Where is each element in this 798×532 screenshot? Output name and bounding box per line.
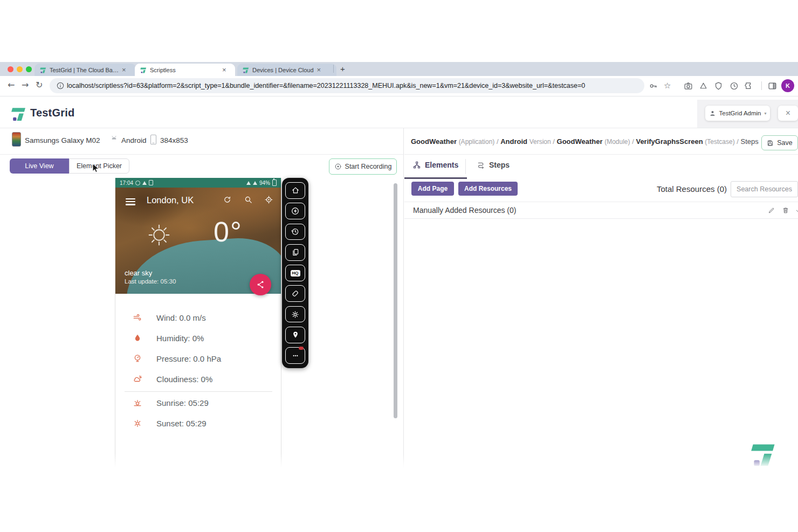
device-name: Samsungs Galaxy M02 <box>25 136 100 144</box>
reload-icon[interactable]: ↻ <box>36 80 43 90</box>
save-button[interactable]: Save <box>761 135 798 150</box>
menu-icon[interactable] <box>126 197 135 207</box>
breadcrumb-module[interactable]: GoodWeather <box>557 137 603 146</box>
window-close-dot[interactable] <box>8 66 13 72</box>
window-minimize-dot[interactable] <box>17 66 23 72</box>
share-fab-button[interactable] <box>250 274 271 295</box>
extension-shield-icon[interactable] <box>714 81 723 91</box>
battery-percent: 94% <box>259 180 270 186</box>
quality-button[interactable]: HQ <box>285 265 305 281</box>
weather-detail-label: Sunset: 05:29 <box>156 419 207 428</box>
close-panel-button[interactable]: × <box>778 106 798 121</box>
details-divider <box>125 391 272 392</box>
add-resources-button[interactable]: Add Resources <box>458 182 518 196</box>
back-button[interactable] <box>285 203 305 219</box>
tab-close-icon[interactable]: × <box>317 66 321 73</box>
cloudiness-icon <box>133 374 142 384</box>
manually-added-resources-row[interactable]: Manually Added Resources (0) <box>404 202 798 218</box>
browser-toolbar: ← → ↻ localhost/scriptless?id=63&platfor… <box>0 76 798 96</box>
breadcrumb-separator: / <box>553 137 555 146</box>
site-info-icon[interactable] <box>56 81 65 90</box>
forward-icon[interactable]: → <box>22 80 29 90</box>
elements-hierarchy-icon <box>412 161 421 169</box>
gps-location-icon[interactable] <box>264 195 273 204</box>
breadcrumb-app[interactable]: GoodWeather <box>411 137 457 146</box>
delete-trash-icon[interactable] <box>782 206 789 214</box>
brand-name[interactable]: TestGrid <box>30 107 74 119</box>
weather-detail-label: Wind: 0.0 m/s <box>156 313 206 322</box>
save-icon <box>767 140 774 147</box>
left-panel-scrollbar[interactable] <box>394 183 397 418</box>
extensions-puzzle-icon[interactable] <box>745 81 754 91</box>
breadcrumb-current: Steps <box>741 137 759 146</box>
browser-tab-devices[interactable]: Devices | Device Cloud × <box>237 64 336 76</box>
search-icon[interactable] <box>244 195 253 204</box>
tab-elements[interactable]: Elements <box>412 161 458 169</box>
more-options-button[interactable] <box>285 347 305 364</box>
sidebar-toggle-icon[interactable] <box>768 81 777 91</box>
settings-button[interactable] <box>285 306 305 323</box>
tab-title: Scriptless <box>150 67 219 73</box>
window-zoom-dot[interactable] <box>26 66 32 72</box>
home-button[interactable] <box>285 182 305 199</box>
tab-separator <box>333 65 334 73</box>
url-text[interactable]: localhost/scriptless?id=63&platform=2&sc… <box>67 82 585 89</box>
breadcrumb-separator: / <box>497 137 499 146</box>
extension-clock-icon[interactable] <box>730 81 739 91</box>
weather-detail-label: Cloudiness: 0% <box>156 375 212 384</box>
breadcrumb-separator: / <box>737 137 739 146</box>
search-resources-input[interactable] <box>731 181 798 197</box>
rotate-button[interactable] <box>285 285 305 302</box>
admin-label: TestGrid Admin <box>719 110 761 116</box>
breadcrumb-platform[interactable]: Android <box>500 137 527 146</box>
tab-title: Devices | Device Cloud <box>252 67 314 73</box>
password-key-icon[interactable] <box>649 81 658 91</box>
screenshot-button[interactable] <box>285 244 305 261</box>
phone-status-bar: 17:04 94% <box>115 178 281 188</box>
wind-icon <box>133 313 142 322</box>
browser-tab-scriptless[interactable]: Scriptless × <box>135 64 235 76</box>
phone-outline-icon <box>149 134 157 146</box>
status-sim-icon <box>149 180 153 185</box>
admin-menu-button[interactable]: TestGrid Admin ▾ <box>705 106 770 121</box>
back-icon[interactable]: ← <box>8 80 15 90</box>
breadcrumb-testcase[interactable]: VerifyGraphsScreen <box>636 137 703 146</box>
weather-detail-label: Sunrise: 05:29 <box>156 398 209 407</box>
breadcrumb: GoodWeather (Application) / Android Vers… <box>411 137 759 146</box>
new-tab-button[interactable]: + <box>340 64 345 73</box>
extension-camera-icon[interactable] <box>684 81 693 91</box>
history-icon <box>291 227 300 236</box>
weather-detail-humidity: Humidity: 0% <box>133 333 204 343</box>
weather-detail-pressure: Pressure: 0.0 hPa <box>133 354 221 363</box>
toolbar-separator <box>761 81 762 90</box>
device-screen-mirror[interactable]: 17:04 94% London, UK 0° clear sky Las <box>115 178 281 470</box>
rotate-icon <box>291 289 300 298</box>
save-label: Save <box>777 139 793 147</box>
breadcrumb-testcase-type: (Testcase) <box>705 138 734 146</box>
recents-button[interactable] <box>285 224 305 240</box>
bottom-fade <box>0 454 798 470</box>
live-view-tab[interactable]: Live View <box>10 158 69 174</box>
record-icon <box>334 163 342 170</box>
map-pin-icon <box>291 330 300 339</box>
extension-recycle-icon[interactable] <box>699 81 708 91</box>
chevron-down-icon[interactable] <box>795 208 798 215</box>
bookmark-star-icon[interactable]: ☆ <box>664 81 671 91</box>
tabs-separator <box>465 159 466 174</box>
refresh-icon[interactable] <box>223 195 232 204</box>
start-recording-button[interactable]: Start Recording <box>329 158 397 175</box>
tab-close-icon[interactable]: × <box>122 66 126 73</box>
edit-pencil-icon[interactable] <box>768 206 775 214</box>
weather-detail-label: Pressure: 0.0 hPa <box>156 354 221 363</box>
humidity-icon <box>133 333 142 343</box>
location-button[interactable] <box>285 327 305 343</box>
tab-elements-label: Elements <box>425 161 458 169</box>
add-page-button[interactable]: Add Page <box>411 182 454 196</box>
browser-tab-testgrid[interactable]: TestGrid | The Cloud Based M × <box>35 64 136 76</box>
signal-icon <box>253 181 257 185</box>
row-divider <box>404 218 798 219</box>
user-icon <box>709 110 716 117</box>
profile-avatar[interactable]: K <box>781 79 794 92</box>
tab-close-icon[interactable]: × <box>222 66 226 73</box>
tab-steps[interactable]: Steps <box>477 161 510 169</box>
